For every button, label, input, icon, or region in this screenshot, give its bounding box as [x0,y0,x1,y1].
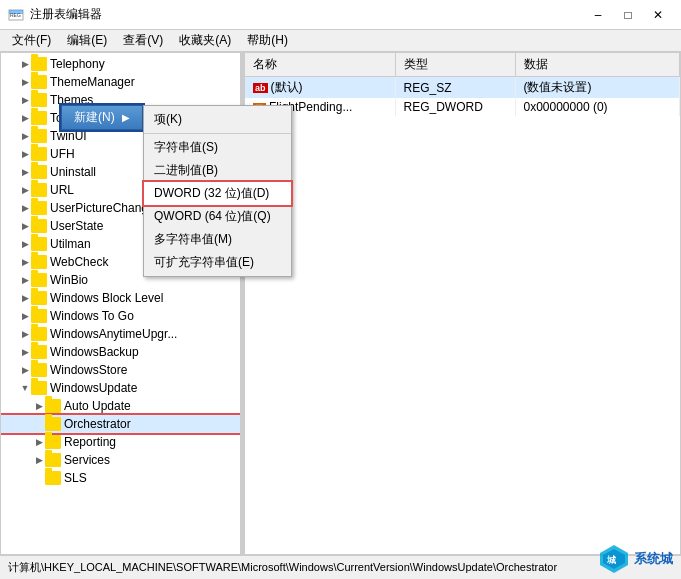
tree-item-label: Windows To Go [50,309,134,323]
tree-item[interactable]: ▶Auto Update [1,397,240,415]
tree-item[interactable]: ▶WindowsBackup [1,343,240,361]
tree-item-label: Telephony [50,57,105,71]
tree-expand-icon[interactable]: ▶ [19,112,31,124]
folder-icon [45,399,61,413]
tree-item[interactable]: ▶WindowsStore [1,361,240,379]
tree-expand-icon[interactable]: ▶ [33,436,45,448]
tree-item[interactable]: ▶Windows To Go [1,307,240,325]
context-menu-item[interactable]: 字符串值(S) [144,136,291,159]
folder-icon [31,147,47,161]
submenu-arrow-icon: ▶ [122,112,130,123]
tree-item[interactable]: ▶WindowsAnytimeUpgr... [1,325,240,343]
tree-expand-icon[interactable]: ▶ [19,166,31,178]
new-button[interactable]: 新建(N) ▶ [61,105,143,130]
tree-expand-icon[interactable]: ▶ [19,364,31,376]
tree-expand-icon[interactable]: ▶ [19,94,31,106]
tree-expand-icon[interactable]: ▶ [19,328,31,340]
table-row[interactable]: ab(默认)REG_SZ(数值未设置) [245,77,680,99]
folder-icon [45,435,61,449]
folder-icon [31,219,47,233]
tree-item-label: Orchestrator [64,417,131,431]
title-bar: REG 注册表编辑器 – □ ✕ [0,0,681,30]
col-data[interactable]: 数据 [515,53,680,77]
folder-icon [31,165,47,179]
tree-expand-icon[interactable]: ▶ [19,346,31,358]
tree-expand-icon[interactable]: ▶ [19,202,31,214]
tree-expand-icon[interactable] [33,418,45,430]
col-name[interactable]: 名称 [245,53,395,77]
title-controls: – □ ✕ [583,0,673,30]
menu-file[interactable]: 文件(F) [4,30,59,52]
app-icon: REG [8,7,24,23]
folder-icon [31,129,47,143]
status-bar: 计算机\HKEY_LOCAL_MACHINE\SOFTWARE\Microsof… [0,555,681,579]
tree-item-label: WindowsUpdate [50,381,137,395]
tree-item[interactable]: ▼WindowsUpdate [1,379,240,397]
folder-icon [31,381,47,395]
tree-expand-icon[interactable]: ▶ [19,274,31,286]
tree-expand-icon[interactable]: ▶ [19,256,31,268]
cell-name: ab(默认) [245,77,395,99]
menu-edit[interactable]: 编辑(E) [59,30,115,52]
tree-item-label: WindowsAnytimeUpgr... [50,327,177,341]
col-type[interactable]: 类型 [395,53,515,77]
context-menu-item[interactable]: DWORD (32 位)值(D) [144,182,291,205]
tree-expand-icon[interactable]: ▶ [19,184,31,196]
window-title: 注册表编辑器 [30,6,102,23]
tree-expand-icon[interactable]: ▶ [19,130,31,142]
folder-icon [31,255,47,269]
tree-expand-icon[interactable]: ▼ [19,382,31,394]
cell-data: 0x00000000 (0) [515,98,680,116]
watermark: 城 系统城 [598,543,673,575]
tree-item-label: Reporting [64,435,116,449]
tree-expand-icon[interactable]: ▶ [33,454,45,466]
tree-item[interactable]: SLS [1,469,240,487]
tree-expand-icon[interactable]: ▶ [19,238,31,250]
new-button-label: 新建(N) [74,110,115,124]
tree-item[interactable]: ▶Telephony [1,55,240,73]
context-menu-item[interactable]: 二进制值(B) [144,159,291,182]
folder-icon [31,75,47,89]
tree-expand-icon[interactable]: ▶ [19,292,31,304]
tree-item[interactable]: ▶ThemeManager [1,73,240,91]
tree-item[interactable]: ▶Windows Block Level [1,289,240,307]
cell-type: REG_SZ [395,77,515,99]
svg-text:城: 城 [606,555,617,565]
folder-icon [31,57,47,71]
svg-text:REG: REG [10,12,21,18]
context-menu-item[interactable]: 多字符串值(M) [144,228,291,251]
tree-item-label: SLS [64,471,87,485]
context-menu-item[interactable]: 可扩充字符串值(E) [144,251,291,274]
tree-item[interactable]: ▶Services [1,451,240,469]
folder-icon [31,291,47,305]
minimize-button[interactable]: – [583,0,613,30]
menu-view[interactable]: 查看(V) [115,30,171,52]
registry-table[interactable]: 名称 类型 数据 ab(默认)REG_SZ(数值未设置)▦FlightPendi… [245,53,680,554]
maximize-button[interactable]: □ [613,0,643,30]
tree-expand-icon[interactable]: ▶ [19,310,31,322]
tree-expand-icon[interactable]: ▶ [19,148,31,160]
close-button[interactable]: ✕ [643,0,673,30]
tree-expand-icon[interactable]: ▶ [33,400,45,412]
context-menu-item[interactable]: 项(K) [144,108,291,131]
tree-expand-icon[interactable]: ▶ [19,58,31,70]
folder-icon [45,471,61,485]
tree-expand-icon[interactable] [33,472,45,484]
cell-type: REG_DWORD [395,98,515,116]
menu-favorites[interactable]: 收藏夹(A) [171,30,239,52]
cell-data: (数值未设置) [515,77,680,99]
folder-icon [31,273,47,287]
context-menu-item[interactable]: QWORD (64 位)值(Q) [144,205,291,228]
folder-icon [31,93,47,107]
tree-item-label: WindowsStore [50,363,127,377]
tree-item[interactable]: ▶Reporting [1,433,240,451]
tree-expand-icon[interactable]: ▶ [19,220,31,232]
folder-icon [31,327,47,341]
main-content: ▶Telephony▶ThemeManager▶Themes▶TouchKeyb… [0,52,681,555]
table-row[interactable]: ▦FlightPending...REG_DWORD0x00000000 (0) [245,98,680,116]
tree-expand-icon[interactable]: ▶ [19,76,31,88]
tree-item[interactable]: Orchestrator [1,415,240,433]
folder-icon [31,111,47,125]
folder-icon [31,183,47,197]
menu-help[interactable]: 帮助(H) [239,30,296,52]
